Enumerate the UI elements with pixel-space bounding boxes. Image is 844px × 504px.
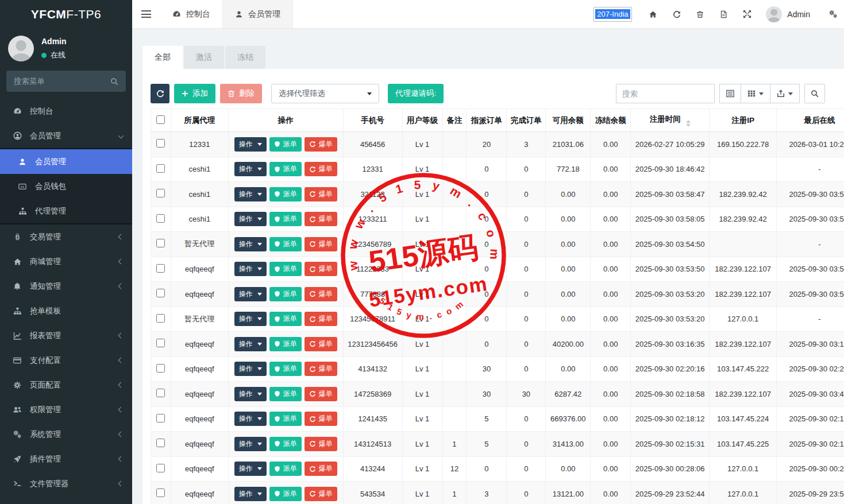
column-header-last-online[interactable]: 最后在线 (777, 109, 844, 132)
burst-order-button[interactable]: 爆单 (305, 262, 337, 276)
burst-order-button[interactable]: 爆单 (305, 237, 337, 251)
sidebar-toggle-button[interactable] (132, 0, 160, 28)
burst-order-button[interactable]: 爆单 (305, 337, 337, 351)
sidebar-item-page-config[interactable]: 页面配置 (0, 373, 132, 397)
burst-order-button[interactable]: 爆单 (305, 212, 337, 226)
burst-order-button[interactable]: 爆单 (305, 187, 337, 201)
sidebar-item-auth-manage[interactable]: 权限管理 (0, 397, 132, 422)
select-all-checkbox[interactable] (156, 115, 165, 124)
dispatch-order-button[interactable]: 派单 (269, 412, 302, 426)
site-select-input[interactable]: 207-India (594, 7, 632, 22)
sidebar-item-file-manager[interactable]: 文件管理器 (0, 471, 132, 496)
admin-name[interactable]: Admin (787, 10, 810, 19)
dispatch-order-button[interactable]: 派单 (269, 462, 302, 476)
sidebar-item-trade-manage[interactable]: B交易管理 (0, 224, 132, 249)
operate-dropdown-button[interactable]: 操作 (234, 337, 267, 351)
sort-toggle-icon[interactable] (686, 120, 691, 127)
row-checkbox[interactable] (156, 464, 165, 472)
operate-dropdown-button[interactable]: 操作 (234, 162, 267, 176)
operate-dropdown-button[interactable]: 操作 (234, 412, 267, 426)
detail-view-button[interactable] (719, 84, 741, 103)
row-checkbox[interactable] (156, 389, 165, 397)
dispatch-order-button[interactable]: 派单 (269, 237, 302, 251)
dispatch-order-button[interactable]: 派单 (269, 162, 302, 176)
admin-avatar[interactable] (766, 6, 782, 22)
sidebar-item-system-manage[interactable]: 系统管理 (0, 422, 132, 447)
row-checkbox[interactable] (156, 489, 165, 497)
sidebar-item-mall-manage[interactable]: 商城管理 (0, 249, 132, 274)
fullscreen-button[interactable] (735, 10, 759, 18)
row-checkbox[interactable] (156, 314, 165, 323)
sidebar-item-report-manage[interactable]: 报表管理 (0, 323, 132, 348)
row-checkbox[interactable] (156, 414, 165, 422)
sidebar-item-agent-manage[interactable]: 代理管理 (0, 199, 132, 223)
row-checkbox[interactable] (156, 139, 165, 148)
row-checkbox[interactable] (156, 439, 165, 447)
burst-order-button[interactable]: 爆单 (305, 387, 337, 401)
operate-dropdown-button[interactable]: 操作 (234, 237, 267, 251)
home-button[interactable] (641, 10, 665, 18)
operate-dropdown-button[interactable]: 操作 (234, 362, 267, 376)
menu-search-input[interactable]: 搜索菜单 (6, 71, 126, 92)
operate-dropdown-button[interactable]: 操作 (234, 287, 267, 301)
column-header-assigned-orders[interactable]: 指派订单 (467, 109, 507, 132)
dispatch-order-button[interactable]: 派单 (269, 437, 302, 451)
operate-dropdown-button[interactable]: 操作 (234, 187, 267, 201)
operate-dropdown-button[interactable]: 操作 (234, 487, 267, 501)
operate-dropdown-button[interactable]: 操作 (234, 212, 267, 226)
dispatch-order-button[interactable]: 派单 (269, 487, 302, 501)
sidebar-item-member-manage[interactable]: 会员管理 (0, 149, 132, 174)
column-header-register-time[interactable]: 注册时间 (631, 109, 710, 132)
topbar-tab-console[interactable]: 控制台 (160, 0, 222, 28)
dispatch-order-button[interactable]: 派单 (269, 362, 302, 376)
column-header-completed-orders[interactable]: 完成订单 (507, 109, 546, 132)
sidebar-item-online-command[interactable]: 在线命令管理 (0, 496, 132, 504)
dispatch-order-button[interactable]: 派单 (269, 212, 302, 226)
row-checkbox[interactable] (156, 239, 165, 247)
operate-dropdown-button[interactable]: 操作 (234, 387, 267, 401)
sidebar-item-notify-manage[interactable]: 通知管理 (0, 274, 132, 298)
dispatch-order-button[interactable]: 派单 (269, 387, 302, 401)
burst-order-button[interactable]: 爆单 (305, 462, 337, 476)
log-document-button[interactable] (712, 10, 735, 18)
add-button[interactable]: 添加 (174, 84, 215, 103)
operate-dropdown-button[interactable]: 操作 (234, 262, 267, 276)
column-header-frozen-balance[interactable]: 冻结余额 (591, 109, 631, 132)
burst-order-button[interactable]: 爆单 (305, 487, 337, 501)
delete-button[interactable]: 删除 (220, 84, 262, 103)
refresh-button[interactable] (665, 10, 688, 18)
export-button[interactable] (770, 84, 800, 103)
column-header-register-ip[interactable]: 注册IP (710, 109, 777, 132)
sidebar-item-addon-manage[interactable]: 插件管理 (0, 447, 132, 471)
operate-dropdown-button[interactable]: 操作 (234, 437, 267, 451)
dispatch-order-button[interactable]: 派单 (269, 337, 302, 351)
row-checkbox[interactable] (156, 189, 165, 197)
burst-order-button[interactable]: 爆单 (305, 412, 337, 426)
operate-dropdown-button[interactable]: 操作 (234, 137, 267, 152)
refresh-table-button[interactable] (151, 84, 169, 103)
column-header-level[interactable]: 用户等级 (402, 109, 442, 132)
sidebar-item-console[interactable]: 控制台 (0, 99, 132, 123)
burst-order-button[interactable]: 爆单 (305, 137, 337, 152)
status-tab-frozen[interactable]: 冻结 (225, 46, 265, 69)
dispatch-order-button[interactable]: 派单 (269, 312, 302, 326)
burst-order-button[interactable]: 爆单 (305, 362, 337, 376)
burst-order-button[interactable]: 爆单 (305, 162, 337, 176)
row-checkbox[interactable] (156, 264, 165, 273)
clear-cache-button[interactable] (688, 10, 712, 18)
operate-dropdown-button[interactable]: 操作 (234, 312, 267, 326)
column-header-available-balance[interactable]: 可用余额 (546, 109, 591, 132)
dispatch-order-button[interactable]: 派单 (269, 187, 302, 201)
topbar-tab-member-manage[interactable]: 会员管理 (222, 0, 293, 28)
column-header-agent[interactable]: 所属代理 (171, 109, 228, 132)
sidebar-item-member-manage-parent[interactable]: 会员管理 (0, 123, 132, 148)
sidebar-item-member-wallet[interactable]: cc会员钱包 (0, 174, 132, 199)
columns-button[interactable] (741, 84, 770, 103)
sidebar-item-pay-config[interactable]: 支付配置 (0, 348, 132, 373)
row-checkbox[interactable] (156, 289, 165, 297)
dispatch-order-button[interactable]: 派单 (269, 262, 302, 276)
status-tab-active[interactable]: 激活 (184, 46, 224, 69)
status-tab-all[interactable]: 全部 (142, 46, 183, 69)
agent-filter-select[interactable]: 选择代理筛选 (271, 84, 379, 103)
column-header-phone[interactable]: 手机号 (343, 109, 402, 132)
